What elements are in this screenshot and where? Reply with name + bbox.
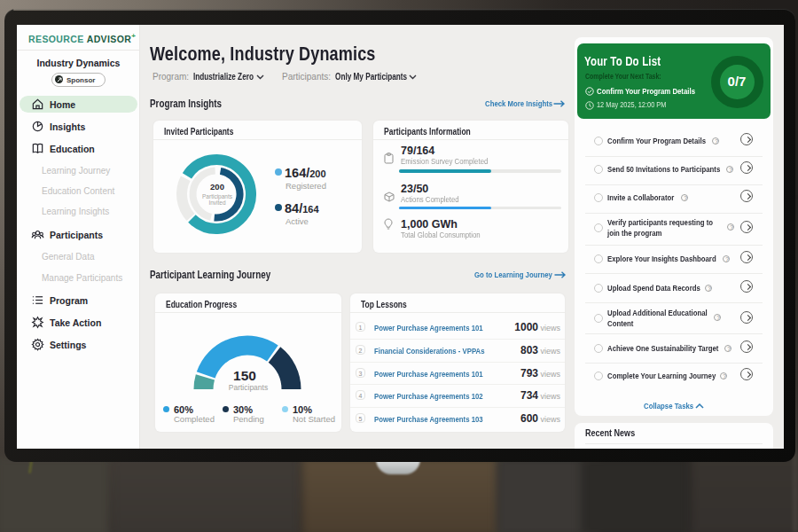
- svg-text:150: 150: [233, 368, 256, 383]
- svg-text:200: 200: [210, 182, 224, 192]
- svg-text:Invited: Invited: [208, 199, 226, 205]
